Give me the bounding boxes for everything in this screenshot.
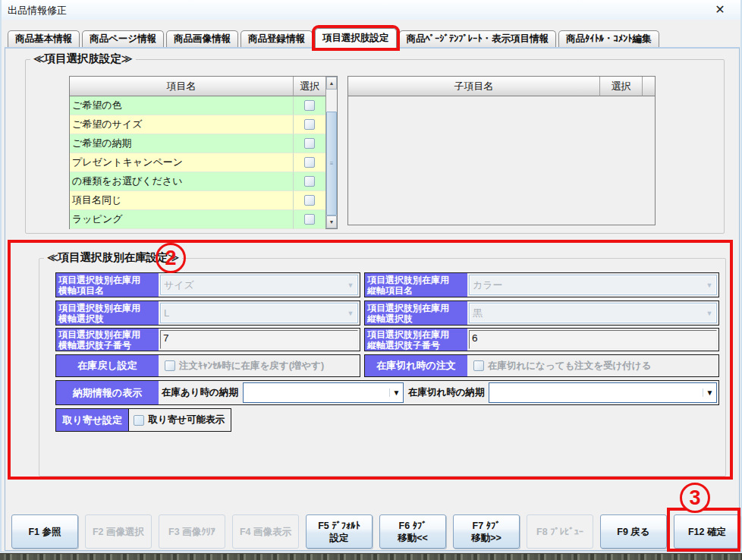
scroll-thumb[interactable]: ≡ — [326, 112, 337, 216]
label-text: 取り寄せ設定 — [62, 415, 122, 426]
item-select-checkbox[interactable] — [304, 214, 315, 225]
label-text: 在庫切れ時の注文 — [376, 360, 456, 371]
h-axis-name-combobox[interactable]: サイズ ▼ — [160, 275, 358, 295]
tab[interactable]: 項目選択肢設定 — [315, 28, 397, 48]
close-icon[interactable]: ✕ — [712, 2, 728, 17]
item-name-cell: プレゼントキャンペーン — [70, 153, 294, 172]
function-button[interactable]: F8 ﾌﾟﾚﾋﾞｭｰ — [527, 514, 593, 549]
v-axis-name-label: 項目選択肢別在庫用 縦軸項目名 — [365, 273, 467, 297]
label-line2: 横軸選択肢 — [58, 313, 156, 324]
stockout-order-field: 在庫切れ時の注文 在庫切れになっても注文を受け付ける — [364, 354, 719, 377]
delivery-info-field: 納期情報の表示 在庫あり時の納期 ▼ 在庫切れ時の納期 ▼ — [55, 380, 719, 405]
table-row[interactable]: 項目名同じ — [70, 191, 325, 210]
item-select-checkbox[interactable] — [304, 157, 315, 168]
function-button[interactable]: F4 画像表示 — [232, 514, 299, 549]
scroll-up-icon[interactable]: ▲ — [326, 77, 337, 90]
chevron-down-icon[interactable]: ▼ — [344, 310, 357, 317]
scroll-track[interactable]: ≡ — [326, 90, 337, 216]
out-of-stock-delivery-combobox[interactable]: ▼ — [489, 382, 717, 403]
chevron-down-icon[interactable]: ▼ — [703, 282, 716, 289]
item-select-checkbox[interactable] — [304, 138, 315, 149]
child-select-header: 選択 — [600, 77, 643, 96]
button-label-line1: F9 戻る — [617, 526, 649, 538]
tab-page: ≪項目選択肢設定≫ 項目名 選択 ご希望の色 — [5, 47, 740, 551]
item-select-checkbox[interactable] — [304, 176, 315, 187]
stock-return-checkbox[interactable] — [165, 360, 175, 371]
child-table-gutter — [643, 77, 655, 96]
h-axis-name-field: 項目選択肢別在庫用 横軸項目名 サイズ ▼ — [55, 272, 360, 297]
item-name-cell: ご希望のサイズ — [70, 115, 294, 134]
stockout-order-checkbox[interactable] — [473, 360, 484, 371]
item-select-checkbox[interactable] — [304, 100, 315, 111]
tab[interactable]: 商品登録情報 — [241, 30, 313, 48]
function-button[interactable]: F2 画像選択 — [85, 514, 152, 549]
label-line2: 横軸選択肢子番号 — [58, 340, 156, 351]
v-axis-choice-field: 項目選択肢別在庫用 縦軸選択肢 黒 ▼ — [364, 300, 719, 326]
table-row[interactable]: ご希望の色 — [70, 96, 325, 115]
tab[interactable]: 商品ﾀｲﾄﾙ・ｺﾒﾝﾄ編集 — [558, 30, 659, 48]
button-label-line2: 移動<< — [398, 532, 428, 544]
label-text: 納期情報の表示 — [73, 388, 142, 398]
tab-label: 商品基本情報 — [15, 33, 72, 44]
backorder-checkbox[interactable] — [134, 415, 144, 426]
chevron-down-icon[interactable]: ▼ — [344, 282, 357, 289]
function-button[interactable]: F3 画像ｸﾘｱ — [159, 514, 225, 549]
function-button[interactable]: F9 戻る — [600, 514, 667, 549]
in-stock-delivery-combobox[interactable]: ▼ — [243, 382, 404, 403]
item-select-checkbox[interactable] — [304, 119, 315, 130]
table-row[interactable]: の種類をお選びください — [70, 172, 325, 191]
button-label-line1: F8 ﾌﾟﾚﾋﾞｭｰ — [536, 526, 583, 538]
label-line2: 縦軸選択肢 — [367, 313, 465, 324]
tab[interactable]: 商品基本情報 — [8, 30, 80, 48]
tab-strip: 商品基本情報 商品ページ情報 商品画像情報 商品登録情報 項目選択肢設定 商品ﾍ… — [8, 28, 737, 48]
v-axis-choice-label: 項目選択肢別在庫用 縦軸選択肢 — [365, 301, 467, 325]
table-row[interactable]: ご希望のサイズ — [70, 115, 325, 134]
function-button[interactable]: F1 参照 — [11, 514, 78, 549]
tab[interactable]: 商品ﾍﾟｰｼﾞﾃﾝﾌﾟﾚｰﾄ・表示項目情報 — [399, 30, 557, 48]
button-label-line1: F3 画像ｸﾘｱ — [168, 526, 215, 538]
item-table-header: 項目名 選択 — [70, 77, 325, 96]
table-row[interactable]: ラッピング — [70, 210, 325, 229]
item-name-cell: ご希望の納期 — [70, 134, 294, 153]
table-row[interactable]: ご希望の納期 — [70, 134, 325, 153]
h-axis-choice-combobox[interactable]: L ▼ — [160, 303, 358, 323]
out-of-stock-delivery-label: 在庫切れ時の納期 — [408, 386, 485, 399]
in-stock-delivery-label: 在庫あり時の納期 — [162, 386, 238, 399]
function-button[interactable]: F12 確定 — [674, 514, 740, 549]
scroll-down-icon[interactable]: ▼ — [326, 216, 337, 228]
chevron-down-icon[interactable]: ▼ — [389, 389, 403, 397]
tab-label: 商品画像情報 — [174, 33, 231, 44]
button-label-line1: F2 画像選択 — [93, 526, 144, 538]
child-name-header: 子項目名 — [348, 77, 600, 96]
background-taskbar-strip — [0, 553, 742, 560]
combobox-value: カラー — [470, 278, 703, 292]
function-button[interactable]: F7 ﾀﾌﾞ 移動>> — [453, 514, 520, 549]
child-table: 子項目名 選択 — [347, 76, 656, 225]
label-line1: 項目選択肢別在庫用 — [58, 329, 156, 340]
item-table-scrollbar[interactable]: ▲ ≡ ▼ — [325, 77, 337, 228]
v-axis-number-label: 項目選択肢別在庫用 縦軸選択肢子番号 — [365, 329, 467, 351]
chevron-down-icon[interactable]: ▼ — [703, 310, 716, 317]
button-label-line1: F4 画像表示 — [240, 526, 291, 538]
tab-label: 商品ページ情報 — [90, 33, 156, 44]
stockout-order-label: 在庫切れ時の注文 — [365, 355, 467, 376]
v-axis-name-combobox[interactable]: カラー ▼ — [469, 275, 717, 295]
item-name-header: 項目名 — [70, 77, 294, 96]
function-button[interactable]: F5 ﾃﾞﾌｫﾙﾄ 設定 — [306, 514, 373, 549]
v-axis-choice-combobox[interactable]: 黒 ▼ — [469, 303, 717, 323]
combobox-value: L — [161, 307, 344, 319]
button-label-line1: F5 ﾃﾞﾌｫﾙﾄ — [318, 520, 360, 532]
combobox-value: 黒 — [470, 307, 703, 320]
item-select-checkbox[interactable] — [304, 195, 315, 206]
tab[interactable]: 商品画像情報 — [166, 30, 238, 48]
h-axis-name-label: 項目選択肢別在庫用 横軸項目名 — [56, 273, 159, 297]
annotation-circle-3: 3 — [680, 483, 710, 513]
tab-label: 商品登録情報 — [248, 33, 305, 44]
v-axis-number-input[interactable]: 6 — [469, 330, 717, 349]
table-row[interactable]: プレゼントキャンペーン — [70, 153, 325, 172]
tab[interactable]: 商品ページ情報 — [82, 30, 164, 48]
label-line2: 縦軸項目名 — [367, 285, 465, 296]
function-button[interactable]: F6 ﾀﾌﾞ 移動<< — [379, 514, 446, 549]
chevron-down-icon[interactable]: ▼ — [703, 389, 716, 397]
h-axis-number-input[interactable]: 7 — [160, 330, 358, 349]
